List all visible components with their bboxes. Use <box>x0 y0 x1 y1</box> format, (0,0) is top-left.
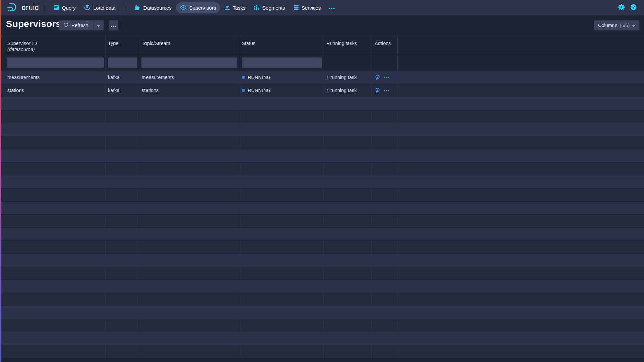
table-row-empty <box>0 280 644 293</box>
settings-gear-icon[interactable] <box>618 4 625 12</box>
nav-item-label: Services <box>302 5 321 11</box>
caret-down-icon <box>97 22 100 28</box>
upload-icon <box>84 4 90 11</box>
table-row-empty <box>0 293 644 306</box>
topic-stream-cell: stations <box>142 88 159 93</box>
application-icon <box>54 5 59 11</box>
left-edge-gradient <box>0 0 1 362</box>
nav-item-label: Supervisors <box>189 5 216 11</box>
nav-item-query[interactable]: Query <box>49 2 80 13</box>
table-row-empty <box>0 267 644 280</box>
table-row-empty <box>0 202 644 215</box>
druid-logo[interactable]: druid <box>7 2 39 13</box>
column-header-running-tasks[interactable]: Running tasks <box>324 36 372 54</box>
table-row-empty <box>0 306 644 319</box>
database-icon <box>294 5 299 11</box>
stacked-chart-icon <box>254 5 259 11</box>
table-body: measurements kafka measurements RUNNING … <box>0 71 644 358</box>
status-running-dot <box>242 89 245 92</box>
inspect-supervisor-icon[interactable] <box>375 75 380 80</box>
table-header-row: Supervisor ID (datasource) Type Topic/St… <box>0 36 644 54</box>
nav-item-load-data[interactable]: Load data <box>80 2 120 13</box>
view-more-actions-button[interactable] <box>109 20 118 30</box>
table-row-empty <box>0 149 644 162</box>
refresh-icon <box>63 22 68 28</box>
nav-item-label: Load data <box>93 5 116 11</box>
table-row-empty <box>0 254 644 267</box>
nav-item-services[interactable]: Services <box>289 2 326 13</box>
more-ellipsis-icon <box>111 23 116 28</box>
nav-item-supervisors[interactable]: Supervisors <box>176 2 220 13</box>
columns-label: Columns <box>598 23 617 28</box>
nav-item-label: Datasources <box>143 5 172 11</box>
status-cell: RUNNING <box>248 88 271 93</box>
page-title: Supervisors <box>6 19 61 29</box>
table-row-empty <box>0 215 644 228</box>
column-header-filler <box>398 36 644 54</box>
table-row-empty <box>0 162 644 175</box>
table-row-stations[interactable]: stations kafka stations RUNNING 1 runnin… <box>0 84 644 97</box>
table-row-empty <box>0 189 644 202</box>
multi-select-icon <box>135 5 140 11</box>
supervisor-more-actions-icon[interactable] <box>384 90 389 91</box>
nav-item-tasks[interactable]: Tasks <box>220 2 250 13</box>
druid-logo-text: druid <box>22 3 39 12</box>
filter-type-input[interactable] <box>108 57 137 68</box>
table-row-empty <box>0 345 644 358</box>
nav-item-label: Query <box>62 5 76 11</box>
type-cell: kafka <box>108 88 120 93</box>
column-header-supervisor-id[interactable]: Supervisor ID (datasource) <box>0 36 106 54</box>
table-row-empty <box>0 136 644 149</box>
caret-down-icon <box>632 23 635 28</box>
supervisor-id-cell[interactable]: stations <box>7 88 24 93</box>
filter-topic-stream-input[interactable] <box>141 57 237 68</box>
table-row-empty <box>0 228 644 241</box>
table-row-empty <box>0 241 644 254</box>
supervisor-id-cell[interactable]: measurements <box>7 75 40 80</box>
refresh-interval-dropdown[interactable] <box>93 20 104 30</box>
status-running-dot <box>242 76 245 79</box>
nav-divider <box>125 4 125 11</box>
gantt-chart-icon <box>225 5 230 11</box>
running-tasks-cell: 1 running task <box>326 75 357 80</box>
top-navbar: druid Query Load data <box>0 0 644 15</box>
table-row-empty <box>0 319 644 332</box>
nav-more-button[interactable] <box>325 2 338 13</box>
refresh-button[interactable]: Refresh <box>59 20 93 30</box>
nav-item-label: Tasks <box>233 5 245 11</box>
inspect-supervisor-icon[interactable] <box>375 88 380 93</box>
table-row-empty <box>0 123 644 136</box>
help-icon[interactable]: ? <box>630 4 637 12</box>
table-row-empty <box>0 110 644 123</box>
table-row-empty <box>0 97 644 110</box>
refresh-label: Refresh <box>71 23 89 28</box>
svg-text:?: ? <box>632 5 635 9</box>
table-row-empty <box>0 332 644 345</box>
supervisors-table: Supervisor ID (datasource) Type Topic/St… <box>0 36 644 362</box>
column-header-topic-stream[interactable]: Topic/Stream <box>139 36 239 54</box>
topic-stream-cell: measurements <box>142 75 174 80</box>
table-row-measurements[interactable]: measurements kafka measurements RUNNING … <box>0 71 644 84</box>
columns-picker-button[interactable]: Columns (6/6) <box>594 20 639 30</box>
nav-item-segments[interactable]: Segments <box>250 2 289 13</box>
column-header-status[interactable]: Status <box>239 36 324 54</box>
type-cell: kafka <box>108 75 120 80</box>
table-filter-row <box>0 54 644 71</box>
status-cell: RUNNING <box>248 75 271 80</box>
nav-item-label: Segments <box>262 5 285 11</box>
eye-icon <box>180 5 186 11</box>
supervisor-more-actions-icon[interactable] <box>384 77 389 78</box>
navbar-right: ? <box>618 4 637 12</box>
druid-logo-icon <box>7 2 19 13</box>
filter-supervisor-id-input[interactable] <box>7 57 104 68</box>
nav-divider <box>44 4 44 11</box>
nav-item-datasources[interactable]: Datasources <box>130 2 176 13</box>
columns-count: (6/6) <box>620 23 630 28</box>
column-header-type[interactable]: Type <box>106 36 139 54</box>
table-row-empty <box>0 175 644 189</box>
running-tasks-cell: 1 running task <box>326 88 357 93</box>
view-header: Supervisors Refresh <box>0 15 644 36</box>
filter-status-input[interactable] <box>242 57 322 68</box>
druid-console: druid Query Load data <box>0 0 644 362</box>
refresh-split-button: Refresh <box>59 20 104 30</box>
